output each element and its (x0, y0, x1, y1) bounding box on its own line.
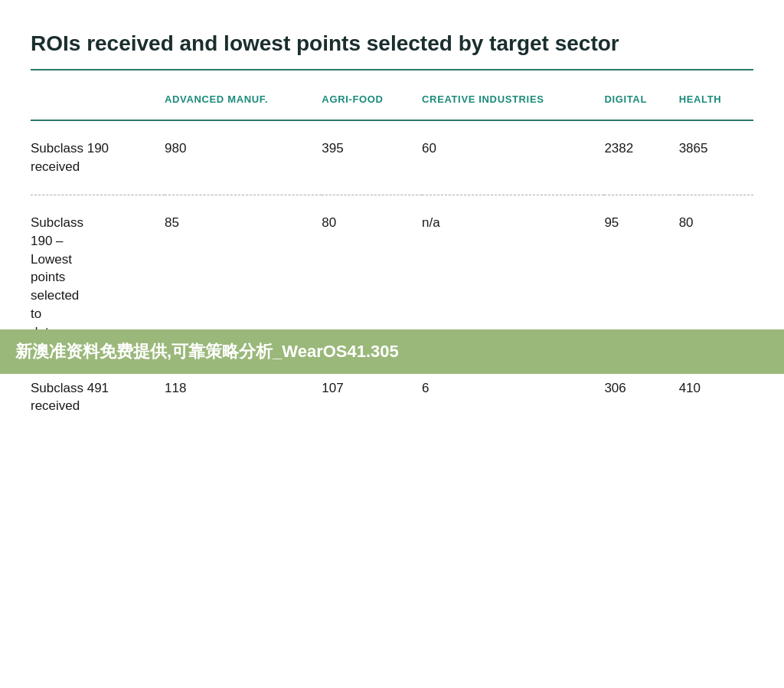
page-title: ROIs received and lowest points selected… (31, 31, 753, 57)
col-header-advanced-manuf: ADVANCED MANUF. (165, 86, 322, 121)
col-header-creative-industries: CREATIVE INDUSTRIES (422, 86, 604, 121)
overlay-banner: 新澳准资料免费提供,可靠策略分析_WearOS41.305 (0, 329, 784, 374)
cell-190-received-creative: 60 (422, 120, 604, 195)
cell-190-received-advanced: 980 (165, 120, 322, 195)
table-header-row: ADVANCED MANUF. AGRI-FOOD CREATIVE INDUS… (31, 86, 753, 121)
row-label-190-received: Subclass 190 received (31, 120, 165, 195)
data-table: ADVANCED MANUF. AGRI-FOOD CREATIVE INDUS… (31, 86, 753, 434)
col-header-health: HEALTH (679, 86, 753, 121)
col-header-agri-food: AGRI-FOOD (322, 86, 422, 121)
table-row: Subclass 190 received 980 395 60 2382 38… (31, 120, 753, 195)
cell-190-received-agri: 395 (322, 120, 422, 195)
col-header-label (31, 86, 165, 121)
title-divider (31, 69, 753, 70)
cell-190-received-digital: 2382 (604, 120, 678, 195)
cell-190-received-health: 3865 (679, 120, 753, 195)
overlay-text: 新澳准资料免费提供,可靠策略分析_WearOS41.305 (15, 342, 399, 361)
col-header-digital: DIGITAL (604, 86, 678, 121)
